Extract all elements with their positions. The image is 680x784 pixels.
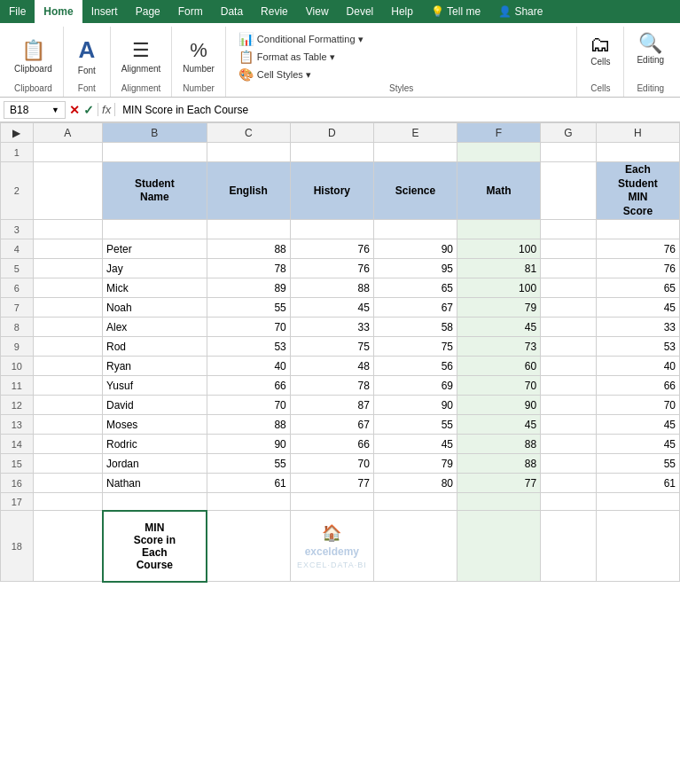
cell-name-12[interactable]: David <box>103 396 207 415</box>
cell-name-6[interactable]: Mick <box>103 278 207 298</box>
cell-math-16[interactable]: 77 <box>457 474 540 493</box>
cell-d1[interactable] <box>290 143 373 162</box>
cell-min-15[interactable]: 55 <box>596 454 679 474</box>
col-header-e[interactable]: E <box>373 123 457 143</box>
cell-history-15[interactable]: 70 <box>290 454 373 474</box>
cell-english-7[interactable]: 55 <box>207 298 290 318</box>
cell-a15[interactable] <box>33 454 102 474</box>
cell-history-5[interactable]: 76 <box>290 259 373 278</box>
cell-history-9[interactable]: 75 <box>290 337 373 357</box>
col-header-d[interactable]: D <box>290 123 373 143</box>
cell-a5[interactable] <box>33 259 102 278</box>
cell-english-6[interactable]: 89 <box>207 278 290 298</box>
number-button[interactable]: % Number <box>179 37 218 75</box>
header-math[interactable]: Math <box>457 162 540 220</box>
cell-science-10[interactable]: 56 <box>373 357 457 376</box>
cell-f17[interactable] <box>457 493 540 511</box>
cell-min-8[interactable]: 33 <box>596 318 679 337</box>
cell-c3[interactable] <box>207 220 290 239</box>
cell-english-11[interactable]: 66 <box>207 376 290 396</box>
cell-science-12[interactable]: 90 <box>373 396 457 415</box>
cell-g11[interactable] <box>541 376 597 396</box>
cell-english-16[interactable]: 61 <box>207 474 290 493</box>
cell-a1[interactable] <box>33 143 102 162</box>
cells-button[interactable]: 🗂 Cells <box>584 28 616 70</box>
cell-g6[interactable] <box>541 278 597 298</box>
font-button[interactable]: A Font <box>71 35 103 77</box>
cell-a12[interactable] <box>33 396 102 415</box>
cell-h18[interactable] <box>596 511 679 582</box>
cell-g2[interactable] <box>541 162 597 220</box>
cell-min-5[interactable]: 76 <box>596 259 679 278</box>
cell-math-15[interactable]: 88 <box>457 454 540 474</box>
cell-a7[interactable] <box>33 298 102 318</box>
cell-h1[interactable] <box>596 143 679 162</box>
cell-a18[interactable] <box>33 511 102 582</box>
alignment-button[interactable]: ☰ Alignment <box>118 37 164 75</box>
cell-g13[interactable] <box>541 415 597 435</box>
col-header-h[interactable]: H <box>596 123 679 143</box>
tab-review[interactable]: Revie <box>252 0 297 23</box>
cell-a11[interactable] <box>33 376 102 396</box>
cell-e18[interactable] <box>373 511 457 582</box>
cell-min-6[interactable]: 65 <box>596 278 679 298</box>
cell-math-10[interactable]: 60 <box>457 357 540 376</box>
cell-d3[interactable] <box>290 220 373 239</box>
cell-science-4[interactable]: 90 <box>373 239 457 259</box>
cell-history-11[interactable]: 78 <box>290 376 373 396</box>
confirm-formula-icon[interactable]: ✓ <box>83 103 94 117</box>
header-student-name[interactable]: Student Name <box>103 162 207 220</box>
cell-a3[interactable] <box>33 220 102 239</box>
cell-math-4[interactable]: 100 <box>457 239 540 259</box>
cell-ref-dropdown-icon[interactable]: ▼ <box>51 106 59 114</box>
col-header-c[interactable]: C <box>207 123 290 143</box>
cell-name-16[interactable]: Nathan <box>103 474 207 493</box>
cell-math-13[interactable]: 45 <box>457 415 540 435</box>
cell-science-11[interactable]: 69 <box>373 376 457 396</box>
cell-name-10[interactable]: Ryan <box>103 357 207 376</box>
cell-g5[interactable] <box>541 259 597 278</box>
cell-history-13[interactable]: 67 <box>290 415 373 435</box>
format-as-table-button[interactable]: 📋 Format as Table ▾ <box>233 48 340 66</box>
cell-history-8[interactable]: 33 <box>290 318 373 337</box>
col-header-f[interactable]: F <box>457 123 540 143</box>
cell-science-13[interactable]: 55 <box>373 415 457 435</box>
cell-name-7[interactable]: Noah <box>103 298 207 318</box>
cell-science-8[interactable]: 58 <box>373 318 457 337</box>
cell-g1[interactable] <box>541 143 597 162</box>
cell-a8[interactable] <box>33 318 102 337</box>
cell-science-6[interactable]: 65 <box>373 278 457 298</box>
cell-h17[interactable] <box>596 493 679 511</box>
cell-g16[interactable] <box>541 474 597 493</box>
cell-min-12[interactable]: 70 <box>596 396 679 415</box>
cell-a9[interactable] <box>33 337 102 357</box>
cell-f18[interactable] <box>457 511 540 582</box>
cell-english-12[interactable]: 70 <box>207 396 290 415</box>
cell-min-13[interactable]: 45 <box>596 415 679 435</box>
cell-g9[interactable] <box>541 337 597 357</box>
cell-d17[interactable] <box>290 493 373 511</box>
cell-name-4[interactable]: Peter <box>103 239 207 259</box>
tab-share[interactable]: 👤 Share <box>489 0 551 23</box>
cell-history-12[interactable]: 87 <box>290 396 373 415</box>
col-header-g[interactable]: G <box>541 123 597 143</box>
cell-a10[interactable] <box>33 357 102 376</box>
cell-e1[interactable] <box>373 143 457 162</box>
cell-science-16[interactable]: 80 <box>373 474 457 493</box>
cell-english-15[interactable]: 55 <box>207 454 290 474</box>
cell-f3[interactable] <box>457 220 540 239</box>
tab-file[interactable]: File <box>0 0 35 23</box>
cell-english-4[interactable]: 88 <box>207 239 290 259</box>
cell-styles-button[interactable]: 🎨 Cell Styles ▾ <box>233 66 317 83</box>
cell-h3[interactable] <box>596 220 679 239</box>
cell-math-9[interactable]: 73 <box>457 337 540 357</box>
cell-math-14[interactable]: 88 <box>457 435 540 454</box>
cell-science-7[interactable]: 67 <box>373 298 457 318</box>
cell-history-7[interactable]: 45 <box>290 298 373 318</box>
cell-english-9[interactable]: 53 <box>207 337 290 357</box>
cell-a13[interactable] <box>33 415 102 435</box>
cell-english-5[interactable]: 78 <box>207 259 290 278</box>
cell-science-14[interactable]: 45 <box>373 435 457 454</box>
header-english[interactable]: English <box>207 162 290 220</box>
cell-name-15[interactable]: Jordan <box>103 454 207 474</box>
